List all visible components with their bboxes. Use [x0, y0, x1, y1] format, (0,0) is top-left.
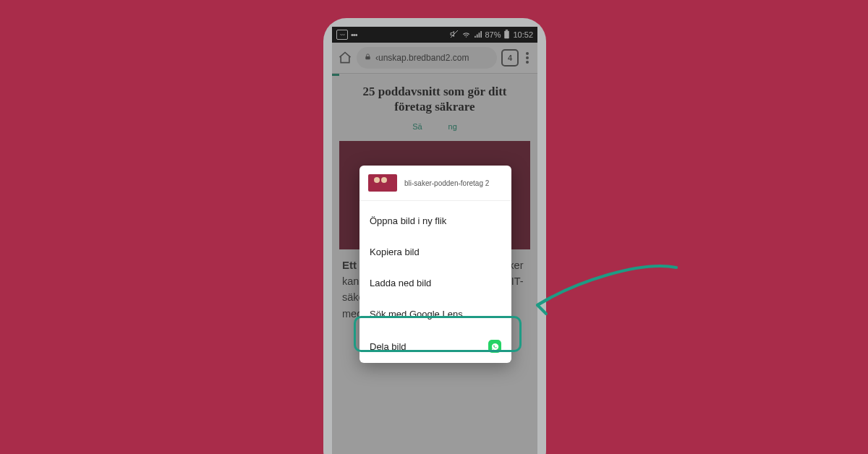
phone-frame: 〰 ••• 87% 10:52: [323, 18, 546, 454]
menu-share-image[interactable]: Dela bild: [359, 330, 511, 363]
annotation-arrow: [532, 253, 684, 325]
menu-google-lens[interactable]: Sök med Google Lens: [359, 299, 511, 330]
menu-open-new-tab[interactable]: Öppna bild i ny flik: [359, 205, 511, 236]
menu-label: Sök med Google Lens: [370, 309, 463, 320]
image-caption: bli-saker-podden-foretag 2: [404, 179, 489, 187]
menu-label: Öppna bild i ny flik: [370, 215, 446, 226]
menu-label: Ladda ned bild: [370, 278, 431, 288]
context-menu-header: bli-saker-podden-foretag 2: [359, 166, 511, 201]
menu-label: Dela bild: [370, 341, 407, 352]
phone-screen: 〰 ••• 87% 10:52: [332, 27, 537, 454]
menu-copy-image[interactable]: Kopiera bild: [359, 236, 511, 267]
whatsapp-icon: [488, 340, 501, 353]
image-context-menu: bli-saker-podden-foretag 2 Öppna bild i …: [359, 166, 511, 363]
menu-download-image[interactable]: Ladda ned bild: [359, 267, 511, 299]
menu-label: Kopiera bild: [370, 247, 420, 257]
image-thumbnail: [368, 174, 397, 192]
